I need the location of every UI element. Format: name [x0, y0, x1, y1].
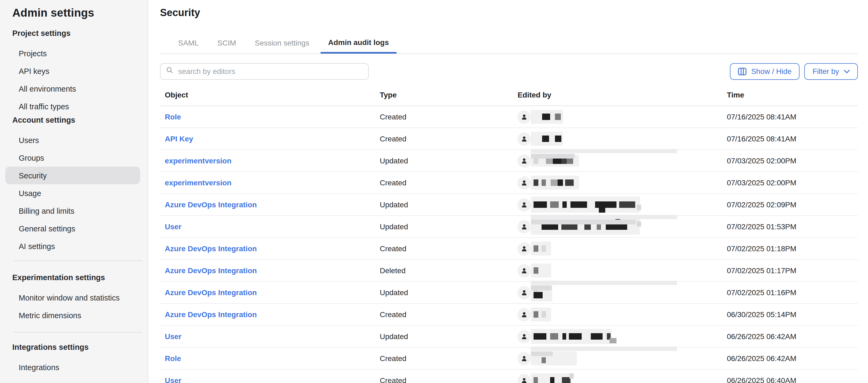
page-title: Security [160, 7, 858, 19]
redaction-bar [531, 346, 677, 351]
redaction-block [541, 179, 546, 186]
redaction-block [541, 357, 546, 363]
table-row: API KeyCreated07/16/2025 08:41AM [160, 128, 858, 150]
object-link[interactable]: Azure DevOps Integration [165, 266, 257, 275]
edited-by-cell [518, 260, 727, 281]
time-cell: 07/02/2025 01:53PM [727, 222, 858, 231]
tab-admin-audit-logs[interactable]: Admin audit logs [320, 32, 396, 54]
search-box[interactable] [160, 63, 369, 80]
redacted-editor-name [531, 110, 563, 124]
object-link[interactable]: Role [165, 113, 181, 121]
object-link[interactable]: experimentversion [165, 156, 231, 165]
sidebar-item-projects[interactable]: Projects [5, 45, 140, 62]
show-hide-columns-button[interactable]: Show / Hide [730, 63, 800, 80]
redacted-editor-name [531, 329, 612, 344]
object-link[interactable]: Azure DevOps Integration [165, 200, 257, 209]
person-icon [518, 352, 531, 365]
redaction-block [533, 179, 538, 186]
redaction-block [595, 201, 617, 208]
column-header-time: Time [727, 91, 858, 99]
redaction-block [533, 267, 538, 274]
redaction-block [533, 333, 547, 340]
object-link[interactable]: Role [165, 354, 181, 363]
time-cell: 06/26/2025 06:42AM [727, 354, 858, 363]
person-icon [518, 264, 531, 277]
type-cell: Updated [380, 222, 518, 231]
edited-by-cell [518, 326, 727, 347]
sidebar-item-integrations[interactable]: Integrations [5, 358, 140, 376]
controls-row: Show / Hide Filter by [160, 63, 858, 80]
time-cell: 07/03/2025 02:00PM [727, 178, 858, 187]
object-link[interactable]: Azure DevOps Integration [165, 310, 257, 319]
redaction-block [562, 333, 566, 340]
sidebar-item-metric-dimensions[interactable]: Metric dimensions [5, 306, 140, 324]
redaction-block [533, 292, 542, 298]
edited-by-cell [518, 304, 727, 325]
redacted-editor-name [531, 197, 640, 213]
table-row: RoleCreated07/16/2025 08:41AM [160, 106, 858, 128]
search-input[interactable] [177, 66, 363, 76]
time-cell: 07/02/2025 02:09PM [727, 200, 858, 209]
object-link[interactable]: experimentversion [165, 178, 231, 187]
table-row: RoleCreated06/26/2025 06:42AM [160, 348, 858, 370]
object-link[interactable]: User [165, 222, 181, 231]
type-cell: Created [380, 244, 518, 253]
tab-scim[interactable]: SCIM [210, 32, 244, 54]
redaction-block [542, 136, 549, 142]
sidebar-item-general-settings[interactable]: General settings [5, 219, 140, 237]
time-cell: 07/03/2025 02:00PM [727, 156, 858, 165]
object-link[interactable]: API Key [165, 135, 193, 143]
sidebar-item-usage[interactable]: Usage [5, 184, 140, 202]
sidebar-divider [13, 260, 142, 261]
edited-by-cell [518, 128, 727, 149]
time-cell: 07/02/2025 01:16PM [727, 288, 858, 297]
redacted-editor-name [531, 373, 571, 383]
redacted-editor-name [531, 176, 579, 189]
redaction-block [542, 114, 550, 120]
redaction-block [551, 179, 558, 186]
filter-by-button[interactable]: Filter by [804, 63, 858, 80]
object-link[interactable]: Azure DevOps Integration [165, 288, 257, 297]
redaction-bar [531, 154, 575, 158]
object-link[interactable]: User [165, 376, 181, 383]
type-cell: Updated [380, 288, 518, 297]
redaction-bar [531, 351, 553, 356]
chevron-down-icon [844, 69, 850, 73]
search-icon [166, 66, 174, 76]
redaction-block [533, 311, 538, 318]
redaction-block [555, 136, 561, 142]
edited-by-cell [518, 172, 727, 194]
person-icon [518, 198, 531, 211]
sidebar-section-header-project-settings: Project settings [12, 25, 148, 41]
edited-by-cell [518, 106, 727, 127]
sidebar-item-api-keys[interactable]: API keys [5, 62, 140, 80]
show-hide-label: Show / Hide [751, 67, 792, 76]
sidebar-item-ai-settings[interactable]: AI settings [5, 237, 140, 255]
redaction-block [637, 221, 641, 227]
sidebar-item-all-environments[interactable]: All environments [5, 80, 140, 97]
audit-log-table: Object Type Edited by Time RoleCreated07… [160, 84, 858, 383]
type-cell: Updated [380, 200, 518, 209]
object-link[interactable]: Azure DevOps Integration [165, 244, 257, 253]
sidebar-section-header-experimentation-settings: Experimentation settings [12, 269, 148, 286]
table-row: UserUpdated06/26/2025 06:42AM [160, 326, 858, 348]
table-row: Azure DevOps IntegrationCreated07/02/202… [160, 238, 858, 260]
object-link[interactable]: User [165, 332, 181, 341]
redaction-block [550, 333, 558, 340]
redaction-bar [531, 281, 677, 285]
sidebar-item-users[interactable]: Users [5, 131, 140, 149]
time-cell: 07/16/2025 08:41AM [727, 135, 858, 143]
tab-session-settings[interactable]: Session settings [247, 32, 317, 54]
tab-saml[interactable]: SAML [171, 32, 206, 54]
sidebar-item-monitor-window-and-statistics[interactable]: Monitor window and statistics [5, 289, 140, 306]
column-header-type: Type [380, 91, 518, 99]
table-row: UserUpdated07/02/2025 01:53PM [160, 216, 858, 238]
table-row: experimentversionUpdated07/03/2025 02:00… [160, 150, 858, 172]
time-cell: 06/26/2025 06:42AM [727, 332, 858, 341]
sidebar-item-security[interactable]: Security [5, 167, 140, 184]
sidebar-item-billing-and-limits[interactable]: Billing and limits [5, 202, 140, 219]
sidebar: Admin settings Project settingsProjectsA… [0, 0, 148, 383]
sidebar-item-groups[interactable]: Groups [5, 149, 140, 167]
table-row: UserCreated06/26/2025 06:40AM [160, 370, 858, 383]
redaction-bar [531, 286, 552, 290]
